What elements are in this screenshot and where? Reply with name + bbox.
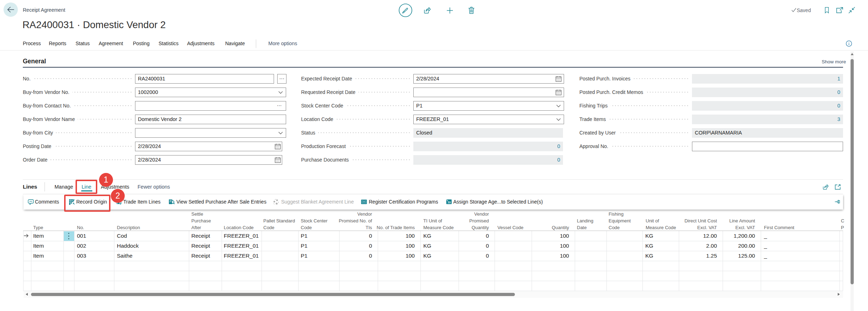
svg-text:23: 23 bbox=[448, 201, 450, 204]
